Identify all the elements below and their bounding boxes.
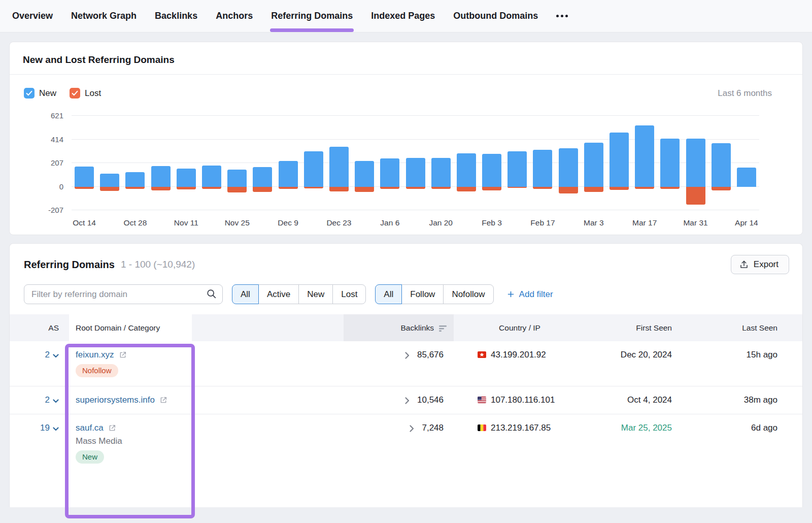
bar-new-jan-13 [406, 158, 425, 186]
status-filter-option-all[interactable]: All [232, 284, 259, 304]
bar-lost-mar-24 [660, 187, 680, 189]
active-tab-underline [270, 28, 354, 32]
bar-new-nov-18 [202, 166, 221, 187]
y-axis-tick: 621 [35, 111, 63, 120]
bar-lost-feb-3 [482, 187, 501, 191]
tab-referring-domains[interactable]: Referring Domains [271, 0, 353, 32]
table-row-sauf-ca: 19sauf.caMass MediaNew7,248213.219.167.8… [10, 414, 802, 472]
bar-lost-mar-3 [584, 187, 603, 192]
status-filter-option-lost[interactable]: Lost [332, 284, 366, 304]
column-header-country-ip[interactable]: Country / IP [454, 314, 586, 341]
column-header-first-seen[interactable]: First Seen [586, 314, 672, 341]
column-header-last-seen[interactable]: Last Seen [672, 314, 777, 341]
external-link-icon[interactable] [108, 424, 116, 432]
bar-lost-jan-6 [380, 187, 399, 189]
follow-filter-option-nofollow[interactable]: Nofollow [443, 284, 493, 304]
follow-filter-option-follow[interactable]: Follow [401, 284, 444, 304]
add-filter-label: Add filter [519, 289, 553, 300]
expand-row-chevron-icon[interactable] [405, 397, 410, 404]
legend-checkbox-lost[interactable]: Lost [70, 88, 101, 99]
bar-lost-mar-31 [686, 187, 705, 205]
tab-label: Anchors [216, 11, 253, 21]
last-seen-value: 38m ago [744, 395, 777, 405]
checkbox-checked-icon [70, 88, 80, 99]
bar-new-oct-21 [100, 174, 119, 187]
table-row-feixun-xyz: 2feixun.xyzNofollow85,67643.199.201.92De… [10, 341, 802, 386]
backlinks-cell: 10,546 [344, 386, 454, 414]
column-header-backlinks[interactable]: Backlinks [344, 314, 454, 341]
x-axis-tick: Oct 14 [73, 218, 96, 227]
bar-new-mar-31 [686, 139, 705, 186]
tab-network-graph[interactable]: Network Graph [71, 0, 137, 32]
y-axis-tick: 414 [35, 135, 63, 144]
add-filter-button[interactable]: Add filter [507, 289, 553, 300]
bar-lost-mar-17 [635, 187, 654, 189]
more-tabs-button[interactable] [556, 0, 568, 32]
bar-lost-dec-23 [329, 187, 349, 192]
bar-new-mar-24 [660, 139, 680, 186]
bar-lost-feb-24 [559, 187, 578, 193]
bar-new-dec-9 [279, 161, 298, 187]
as-score-toggle[interactable]: 2 [10, 341, 68, 386]
export-button[interactable]: Export [731, 255, 789, 274]
expand-row-chevron-icon[interactable] [405, 352, 410, 359]
tab-backlinks[interactable]: Backlinks [155, 0, 197, 32]
bar-lost-jan-13 [406, 187, 425, 189]
bar-new-mar-3 [584, 143, 603, 186]
bar-lost-oct-21 [100, 187, 119, 191]
bar-lost-dec-9 [279, 187, 298, 189]
first-seen-cell: Mar 25, 2025 [586, 414, 672, 472]
last-seen-value: 6d ago [751, 423, 777, 433]
bar-lost-apr-7 [712, 187, 731, 191]
column-header-label: Root Domain / Category [76, 323, 160, 333]
bar-new-feb-10 [507, 151, 527, 187]
follow-filter-group: AllFollowNofollow [375, 284, 493, 304]
external-link-icon[interactable] [119, 351, 127, 359]
bar-new-mar-10 [610, 133, 629, 186]
tab-anchors[interactable]: Anchors [216, 0, 253, 32]
tab-outbound-domains[interactable]: Outbound Domains [453, 0, 538, 32]
chevron-down-icon [53, 423, 59, 431]
gridline [72, 139, 759, 140]
domain-link[interactable]: feixun.xyz [76, 350, 114, 360]
status-filter-group: AllActiveNewLost [232, 284, 366, 304]
column-header-as[interactable]: AS [10, 314, 68, 341]
search-icon[interactable] [206, 288, 217, 302]
external-link-icon[interactable] [159, 396, 167, 404]
follow-filter-option-all[interactable]: All [375, 284, 402, 304]
x-axis-tick: Nov 25 [225, 218, 250, 227]
y-axis-tick: -207 [35, 206, 63, 215]
as-score-toggle[interactable]: 2 [10, 386, 68, 414]
expand-row-chevron-icon[interactable] [410, 425, 414, 432]
sort-icon [438, 324, 447, 332]
nav-tab-list: OverviewNetwork GraphBacklinksAnchorsRef… [12, 0, 538, 32]
new-lost-referring-domains-card: New and Lost Referring Domains NewLost L… [9, 42, 803, 235]
as-score-toggle[interactable]: 19 [10, 414, 68, 472]
first-seen-date: Oct 4, 2024 [627, 395, 672, 405]
domain-filter-input[interactable] [24, 284, 223, 304]
column-header-root-domain-category[interactable]: Root Domain / Category [68, 314, 344, 341]
table-row-superiorsystems-info: 2superiorsystems.info10,546107.180.116.1… [10, 386, 802, 414]
last-seen-cell: 6d ago [672, 414, 777, 472]
column-header-label: Backlinks [401, 323, 434, 333]
as-score-value: 2 [45, 350, 50, 360]
status-filter-option-new[interactable]: New [298, 284, 333, 304]
first-seen-cell: Oct 4, 2024 [586, 386, 672, 414]
bar-lost-dec-30 [355, 187, 374, 192]
bar-lost-dec-16 [304, 187, 323, 188]
bar-lost-jan-20 [431, 187, 451, 189]
legend-checkbox-new[interactable]: New [24, 88, 56, 99]
bar-new-dec-2 [253, 167, 272, 187]
column-header-label: AS [48, 323, 59, 333]
status-filter-option-active[interactable]: Active [258, 284, 299, 304]
bar-lost-nov-25 [227, 187, 247, 192]
x-axis-tick: Nov 11 [174, 218, 198, 227]
referring-domains-chart: 6214142070-207 [72, 116, 759, 210]
tab-indexed-pages[interactable]: Indexed Pages [371, 0, 435, 32]
chart-legend: NewLost [24, 88, 114, 99]
tab-overview[interactable]: Overview [12, 0, 53, 32]
x-axis-tick: Mar 3 [584, 218, 604, 227]
domain-link[interactable]: sauf.ca [76, 423, 104, 433]
domain-link[interactable]: superiorsystems.info [76, 395, 155, 405]
bar-new-nov-11 [177, 169, 196, 186]
